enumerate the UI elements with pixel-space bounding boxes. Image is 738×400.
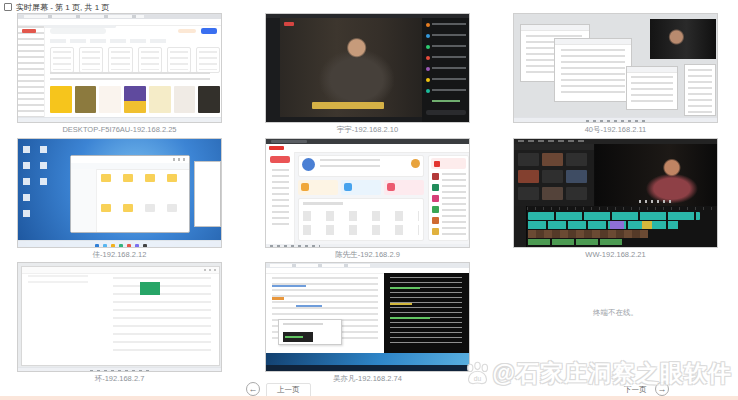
screen-label: DESKTOP-F5I76AU-192.168.2.25 bbox=[17, 125, 222, 134]
terminal-green-line bbox=[390, 287, 420, 289]
stat-card-orange bbox=[298, 180, 338, 195]
screen-thumbnail-admin-dashboard[interactable] bbox=[265, 138, 470, 248]
menu-items bbox=[518, 140, 588, 142]
taskbar-icon bbox=[111, 244, 115, 248]
list-text bbox=[442, 173, 466, 235]
chat-avatar bbox=[426, 78, 430, 82]
monitor-app-window: 实时屏幕 - 第 1 页, 共 1 页 bbox=[0, 0, 738, 400]
screen-cell-3[interactable]: 40号-192.168.2.11 bbox=[513, 13, 718, 137]
poster-row bbox=[50, 86, 220, 113]
screen-thumbnail-win11-explorer[interactable] bbox=[17, 138, 222, 248]
stat-values-row bbox=[303, 225, 419, 235]
window-header bbox=[521, 25, 589, 31]
chat-messages bbox=[432, 23, 466, 95]
file-explorer-window bbox=[70, 155, 190, 233]
app-window bbox=[626, 66, 678, 110]
taskbar bbox=[18, 367, 222, 372]
screen-cell-1[interactable]: DESKTOP-F5I76AU-192.168.2.25 bbox=[17, 13, 222, 137]
timeline-ruler bbox=[527, 207, 717, 210]
chat-input bbox=[426, 110, 466, 115]
poster bbox=[198, 86, 220, 113]
screen-thumbnail-document[interactable] bbox=[17, 262, 222, 372]
chat-panel bbox=[422, 18, 470, 123]
explorer-nav-pane bbox=[71, 169, 97, 232]
timeline-track-overlay bbox=[528, 221, 678, 229]
clip-purple bbox=[610, 221, 624, 229]
poster bbox=[149, 86, 171, 113]
alert-icon bbox=[434, 161, 440, 167]
browser-address-bar bbox=[18, 19, 222, 26]
window-header bbox=[22, 267, 219, 274]
site-search-bar bbox=[50, 28, 106, 34]
preview-monitor bbox=[595, 144, 718, 206]
subtitle-bar bbox=[312, 102, 384, 109]
popup-code-line bbox=[285, 336, 303, 338]
card-title bbox=[303, 202, 343, 205]
stat-values-row bbox=[303, 211, 419, 221]
screen-cell-4[interactable]: 佳-192.168.2.12 bbox=[17, 138, 222, 262]
popup-title bbox=[283, 323, 323, 325]
desktop-wallpaper bbox=[266, 353, 470, 365]
screen-thumbnail-offline: 终端不在线。 bbox=[513, 262, 718, 372]
media-tabs bbox=[514, 144, 594, 150]
taskbar bbox=[514, 117, 718, 123]
panel-content bbox=[688, 69, 712, 113]
template-card bbox=[196, 47, 220, 73]
window-header bbox=[627, 67, 677, 73]
folder-icon bbox=[123, 204, 133, 212]
profile-avatar bbox=[302, 158, 315, 171]
screen-cell-7[interactable]: 环-192.168.2.7 bbox=[17, 262, 222, 386]
chat-avatar bbox=[426, 34, 430, 38]
list-thumb bbox=[432, 173, 439, 180]
media-thumb bbox=[566, 153, 587, 166]
taskbar-icon bbox=[127, 244, 131, 248]
screen-thumbnail-video-stream[interactable] bbox=[265, 13, 470, 123]
media-thumbnails bbox=[518, 153, 592, 201]
prev-page-button[interactable]: ← bbox=[246, 382, 260, 396]
screen-cell-5[interactable]: 陈先生-192.168.2.9 bbox=[265, 138, 470, 262]
video-window bbox=[650, 19, 716, 59]
screen-label: 宇宇-192.168.2.10 bbox=[265, 125, 470, 135]
site-sidebar bbox=[18, 26, 45, 117]
taskbar-icon bbox=[119, 244, 123, 248]
filter-chips bbox=[50, 39, 166, 43]
file-icon bbox=[167, 204, 177, 212]
green-highlight-cell bbox=[140, 282, 160, 295]
timeline-track-audio bbox=[528, 239, 624, 245]
chat-avatar bbox=[426, 67, 430, 71]
window-content bbox=[631, 76, 673, 106]
screen-cell-6[interactable]: WW-192.168.2.21 bbox=[513, 138, 718, 262]
window-content bbox=[561, 49, 625, 95]
terminal-green-line bbox=[390, 317, 430, 319]
screen-thumbnail-video-editor[interactable] bbox=[513, 138, 718, 248]
window-icon bbox=[4, 3, 12, 11]
taskbar bbox=[266, 244, 470, 248]
screen-thumbnail-code-terminal[interactable] bbox=[265, 262, 470, 372]
site-logo-red bbox=[269, 146, 284, 150]
browser-tabs bbox=[24, 15, 144, 18]
list-thumb bbox=[432, 184, 439, 191]
chat-avatar bbox=[426, 23, 430, 27]
screen-cell-2[interactable]: 宇宇-192.168.2.10 bbox=[265, 13, 470, 137]
table-rows bbox=[113, 277, 211, 353]
left-text-block bbox=[28, 275, 88, 285]
file-icon bbox=[145, 204, 155, 212]
stat-card-red bbox=[384, 180, 424, 195]
screen-cell-8[interactable]: 吴亦凡-192.168.2.74 bbox=[265, 262, 470, 386]
template-card bbox=[79, 47, 103, 73]
screen-label: 40号-192.168.2.11 bbox=[513, 125, 718, 135]
browser-tabs bbox=[270, 264, 370, 267]
transport-controls bbox=[639, 200, 675, 203]
screen-thumbnail-desktop-windows[interactable] bbox=[513, 13, 718, 123]
page-title: 实时屏幕 - 第 1 页, 共 1 页 bbox=[16, 2, 109, 13]
stat-card-blue bbox=[341, 180, 381, 195]
list-thumb bbox=[432, 206, 439, 213]
taskbar-icons bbox=[90, 370, 150, 372]
stat-icon bbox=[344, 183, 352, 191]
desktop-icons-column bbox=[23, 146, 30, 226]
screen-thumbnail-design-site[interactable] bbox=[17, 13, 222, 123]
screen-label: 环-192.168.2.7 bbox=[17, 374, 222, 384]
clip-yellow bbox=[642, 221, 652, 229]
channel-logo bbox=[284, 22, 294, 26]
list-thumb bbox=[432, 228, 439, 235]
